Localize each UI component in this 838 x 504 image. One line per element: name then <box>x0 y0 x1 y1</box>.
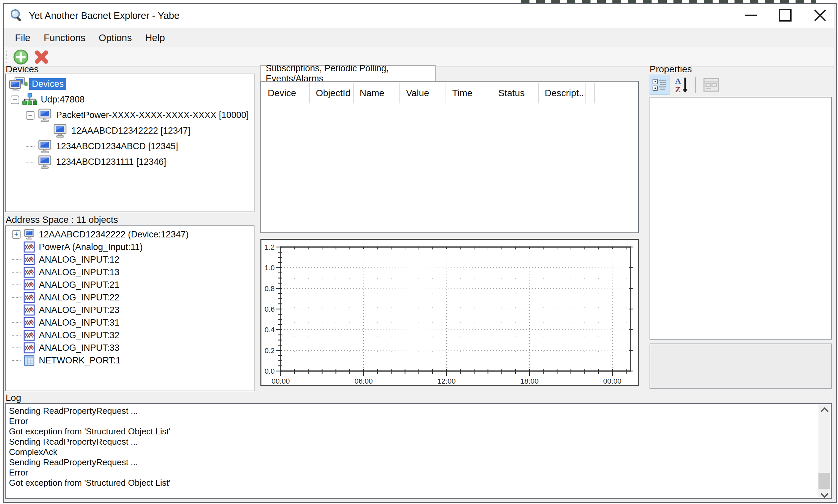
tree-row[interactable]: ANALOG_INPUT:33 <box>6 342 254 354</box>
address-space-panel[interactable]: + 12AAABCD12342222 (Device:12347) PowerA… <box>5 226 254 391</box>
svg-text:0.4: 0.4 <box>264 326 275 334</box>
table-grid-icon <box>23 355 35 366</box>
tree-row[interactable]: − PacketPower-XXXX-XXXX-XXXX-XXXX [10000… <box>6 107 254 123</box>
tree-row[interactable]: ANALOG_INPUT:12 <box>6 253 254 266</box>
svg-text:0.8: 0.8 <box>264 285 275 293</box>
tree-connector <box>10 347 23 348</box>
tree-connector <box>10 360 23 361</box>
tree-item-label: Udp:47808 <box>38 94 87 105</box>
svg-text:06:00: 06:00 <box>354 377 373 385</box>
collapse-icon[interactable]: − <box>26 111 35 120</box>
remove-device-button[interactable] <box>34 50 49 64</box>
analog-input-icon <box>23 279 35 290</box>
devices-tree-panel[interactable]: Devices− Udp:47808− PacketPower-XXXX-XXX… <box>5 74 254 212</box>
menu-item-help[interactable]: Help <box>138 31 172 46</box>
minimize-button[interactable] <box>736 4 765 26</box>
svg-text:00:00: 00:00 <box>271 377 290 385</box>
column-header-name[interactable]: Name <box>354 83 400 104</box>
tree-connector <box>23 162 37 162</box>
column-header-objectid[interactable]: ObjectId <box>310 83 354 104</box>
monitor-icon <box>37 139 52 154</box>
log-lines: Sending ReadPropertyRequest ...ErrorGot … <box>9 406 815 488</box>
tree-row[interactable]: ANALOG_INPUT:32 <box>6 329 254 342</box>
log-line: Sending ReadPropertyRequest ... <box>9 457 815 468</box>
log-line: Error <box>9 416 815 427</box>
tree-row[interactable]: + 12AAABCD12342222 (Device:12347) <box>6 228 254 241</box>
tree-item-label: PowerA (Analog_Input:11) <box>36 241 145 253</box>
column-header-empty[interactable] <box>586 83 595 104</box>
tree-row[interactable]: PowerA (Analog_Input:11) <box>6 241 254 253</box>
maximize-button[interactable] <box>771 4 800 26</box>
computers-icon <box>9 77 28 91</box>
tree-row[interactable]: 1234ABCD1234ABCD [12345] <box>6 139 254 154</box>
table-header-row: DeviceObjectIdNameValueTimeStatusDescrip… <box>262 83 595 104</box>
tree-item-label: ANALOG_INPUT:13 <box>36 267 122 278</box>
properties-panel-label: Properties <box>649 64 692 75</box>
tree-row[interactable]: ANALOG_INPUT:13 <box>6 266 254 278</box>
collapse-icon[interactable]: − <box>11 95 19 104</box>
window-title: Yet Another Bacnet Explorer - Yabe <box>29 10 179 21</box>
column-header-time[interactable]: Time <box>446 83 492 104</box>
tree-row[interactable]: 1234ABCD1231111 [12346] <box>6 154 254 170</box>
property-grid[interactable] <box>649 97 832 340</box>
chevron-up-icon <box>820 407 828 415</box>
subscriptions-table[interactable]: DeviceObjectIdNameValueTimeStatusDescrip… <box>261 81 639 233</box>
column-header-descript[interactable]: Descript... <box>539 83 586 104</box>
analog-input-icon <box>23 254 35 265</box>
column-header-status[interactable]: Status <box>492 83 539 104</box>
tree-item-label: ANALOG_INPUT:23 <box>36 304 122 316</box>
column-header-device[interactable]: Device <box>262 83 310 104</box>
menu-item-file[interactable]: File <box>8 31 37 46</box>
tree-row[interactable]: ANALOG_INPUT:22 <box>6 291 254 304</box>
tree-row[interactable]: ANALOG_INPUT:23 <box>6 304 254 316</box>
analog-input-icon <box>23 317 35 328</box>
alphabetical-sort-button[interactable]: A Z <box>671 75 691 95</box>
svg-text:0.2: 0.2 <box>264 346 275 355</box>
log-line: Error <box>9 468 815 478</box>
svg-text:0.0: 0.0 <box>264 367 275 375</box>
tree-item-label: Devices <box>29 78 66 90</box>
trend-chart: 0.00.20.40.60.81.01.200:0006:0012:0018:0… <box>261 239 639 386</box>
log-panel-label: Log <box>6 393 21 403</box>
scroll-down-button[interactable] <box>818 488 831 497</box>
log-textbox[interactable]: Sending ReadPropertyRequest ...ErrorGot … <box>5 403 832 499</box>
menu-item-functions[interactable]: Functions <box>37 31 92 46</box>
tree-row[interactable]: Devices <box>6 76 254 92</box>
categorized-button[interactable] <box>649 75 670 95</box>
scroll-up-button[interactable] <box>818 409 831 414</box>
magnifier-icon <box>9 8 24 23</box>
title-bar[interactable]: Yet Another Bacnet Explorer - Yabe <box>4 4 834 28</box>
tree-connector <box>10 272 23 273</box>
tree-item-label: 12AAABCD12342222 (Device:12347) <box>36 229 192 240</box>
tree-row[interactable]: − Udp:47808 <box>6 92 254 107</box>
log-line: Got exception from 'Structured Object Li… <box>9 427 815 437</box>
menu-item-options[interactable]: Options <box>92 31 138 46</box>
tree-item-label: 1234ABCD1234ABCD [12345] <box>53 141 181 152</box>
tree-connector <box>10 285 23 285</box>
maximize-icon <box>779 9 791 21</box>
property-pages-icon <box>703 78 719 92</box>
analog-input-icon <box>23 329 35 341</box>
tree-row[interactable]: 12AAABCD12342222 [12347] <box>6 123 254 139</box>
toolbar-drag-handle[interactable] <box>6 51 7 64</box>
tree-connector <box>10 335 23 336</box>
log-scrollbar[interactable] <box>818 404 831 497</box>
tree-row[interactable]: NETWORK_PORT:1 <box>6 354 254 367</box>
column-header-value[interactable]: Value <box>400 83 446 104</box>
tree-row[interactable]: ANALOG_INPUT:21 <box>6 278 254 291</box>
properties-toolbar: A Z <box>649 75 832 96</box>
add-device-button[interactable] <box>13 49 29 65</box>
green-plus-icon <box>13 49 29 65</box>
chevron-down-icon <box>820 490 828 498</box>
tab-subscriptions[interactable]: Subscriptions, Periodic Polling, Events/… <box>261 65 435 81</box>
devices-panel-label: Devices <box>6 64 39 75</box>
close-button[interactable] <box>805 4 834 26</box>
log-line: Sending ReadPropertyRequest ... <box>9 437 815 447</box>
expand-icon[interactable]: + <box>12 230 21 239</box>
scrollbar-thumb[interactable] <box>818 473 831 489</box>
tree-connector <box>10 322 23 323</box>
background-window-remnant <box>521 0 816 3</box>
red-cross-icon <box>34 50 49 64</box>
svg-text:12:00: 12:00 <box>437 377 456 385</box>
tree-row[interactable]: ANALOG_INPUT:31 <box>6 316 254 329</box>
